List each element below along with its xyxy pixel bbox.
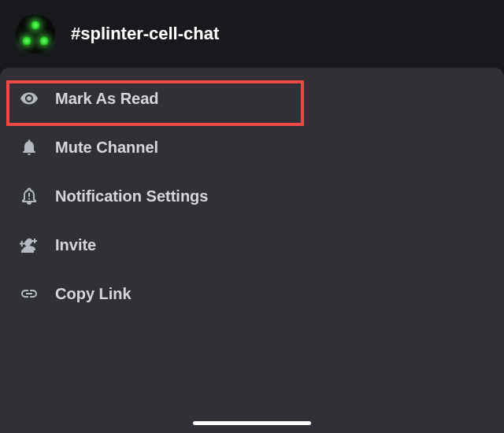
invite-item[interactable]: Invite [0,220,504,269]
svg-rect-0 [28,193,30,197]
menu-item-label: Copy Link [55,285,132,303]
menu-item-label: Invite [55,236,96,254]
mute-channel-item[interactable]: Mute Channel [0,123,504,172]
channel-title: #splinter-cell-chat [71,24,219,44]
mark-as-read-item[interactable]: Mark As Read [0,74,504,123]
avatar-image [22,22,49,46]
copy-link-item[interactable]: Copy Link [0,269,504,318]
menu-item-label: Mark As Read [55,90,159,108]
svg-rect-1 [28,198,30,200]
menu-item-label: Notification Settings [55,187,208,205]
person-plus-icon [19,235,39,255]
eye-icon [19,88,39,109]
link-icon [19,283,39,304]
menu-item-label: Mute Channel [55,139,158,157]
bell-alert-icon [19,186,39,206]
bell-icon [19,137,39,157]
home-indicator[interactable] [193,421,311,425]
channel-header: #splinter-cell-chat [0,0,504,68]
context-menu-panel: Mark As Read Mute Channel Notification S… [0,68,504,433]
server-avatar [16,14,55,54]
notification-settings-item[interactable]: Notification Settings [0,172,504,220]
